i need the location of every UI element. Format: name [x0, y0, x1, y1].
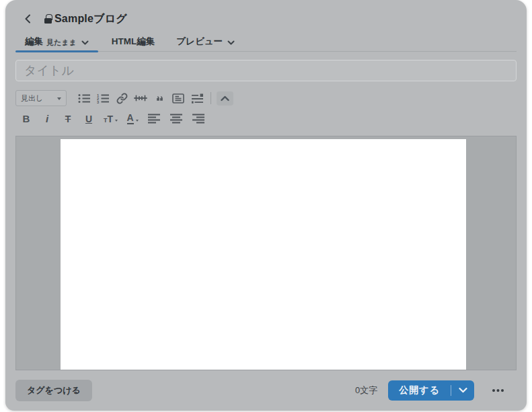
- footnote-icon: [191, 93, 204, 104]
- blockquote-icon: [154, 93, 165, 104]
- chevron-up-icon: [221, 95, 229, 101]
- more-options-button[interactable]: [489, 386, 507, 395]
- tab-edit[interactable]: 編集 見たまま: [15, 32, 98, 51]
- tab-preview-label: プレビュー: [176, 36, 223, 48]
- underline-button[interactable]: U: [80, 112, 98, 126]
- bold-button[interactable]: B: [17, 112, 35, 126]
- chevron-down-icon: [227, 40, 235, 45]
- table-of-contents-button[interactable]: [169, 89, 188, 107]
- italic-button[interactable]: i: [38, 112, 56, 126]
- chevron-left-icon: [23, 13, 34, 24]
- ordered-list-icon: 123: [97, 93, 110, 104]
- blog-title: Sampleブログ: [54, 12, 127, 26]
- add-tag-button[interactable]: タグをつける: [15, 380, 92, 401]
- editor-page[interactable]: [61, 139, 466, 370]
- font-size-button[interactable]: TT: [101, 112, 120, 126]
- char-count: 0文字: [355, 384, 377, 397]
- tab-html-edit[interactable]: HTML編集: [104, 32, 163, 51]
- bold-label: B: [23, 113, 30, 124]
- tab-edit-mode-label: 見たまま: [46, 38, 77, 48]
- tab-bar: 編集 見たまま HTML編集 プレビュー: [15, 32, 517, 52]
- tab-preview[interactable]: プレビュー: [168, 32, 243, 51]
- toolbar-separator: [211, 92, 211, 104]
- strikethrough-label: T: [65, 114, 71, 124]
- font-color-button[interactable]: A: [124, 112, 141, 126]
- ellipsis-icon: [492, 388, 504, 393]
- publish-options-button[interactable]: [451, 380, 474, 401]
- footer-bar: タグをつける 0文字 公開する: [5, 370, 527, 410]
- blog-editor-window: Sampleブログ 編集 見たまま HTML編集 プレビュー 見出し: [5, 0, 527, 411]
- chevron-down-icon: [81, 40, 89, 45]
- tab-html-edit-label: HTML編集: [112, 36, 155, 48]
- collapse-toolbar-button[interactable]: [217, 91, 233, 106]
- svg-text:3: 3: [97, 100, 100, 104]
- format-toolbar: B i T U TT A: [17, 112, 517, 126]
- blockquote-button[interactable]: [150, 89, 169, 107]
- back-button[interactable]: [22, 12, 35, 26]
- table-of-contents-icon: [172, 93, 184, 104]
- font-size-large-label: T: [108, 114, 114, 124]
- heading-select-label: 見出し: [21, 93, 43, 104]
- align-right-button[interactable]: [189, 112, 208, 126]
- caret-down-icon: [57, 97, 61, 102]
- unordered-list-icon: [78, 93, 91, 104]
- heading-style-select[interactable]: 見出し: [15, 90, 67, 106]
- chevron-down-icon: [459, 387, 467, 393]
- font-color-label: A: [127, 113, 134, 124]
- strikethrough-button[interactable]: T: [59, 112, 77, 126]
- publish-split-button: 公開する: [388, 380, 474, 401]
- italic-label: i: [46, 113, 48, 124]
- caret-down-icon: [136, 120, 139, 123]
- header: Sampleブログ: [5, 0, 527, 27]
- publish-button[interactable]: 公開する: [388, 380, 451, 401]
- align-right-icon: [192, 114, 205, 124]
- editor-canvas: [15, 136, 517, 370]
- lock-icon: [44, 14, 52, 24]
- read-more-icon: [134, 93, 147, 104]
- title-input[interactable]: [15, 60, 517, 81]
- ordered-list-button[interactable]: 123: [93, 89, 112, 107]
- link-icon: [116, 93, 128, 104]
- link-button[interactable]: [112, 89, 131, 107]
- unordered-list-button[interactable]: [75, 89, 93, 107]
- align-left-icon: [147, 114, 161, 124]
- tab-edit-label: 編集: [25, 36, 43, 48]
- footnote-button[interactable]: [188, 89, 206, 107]
- underline-label: U: [85, 114, 92, 124]
- read-more-button[interactable]: [131, 89, 150, 107]
- caret-down-icon: [115, 120, 118, 123]
- align-left-button[interactable]: [145, 112, 163, 126]
- align-center-icon: [169, 114, 183, 124]
- align-center-button[interactable]: [167, 112, 186, 126]
- toolbar-block: 見出し 123: [15, 89, 517, 107]
